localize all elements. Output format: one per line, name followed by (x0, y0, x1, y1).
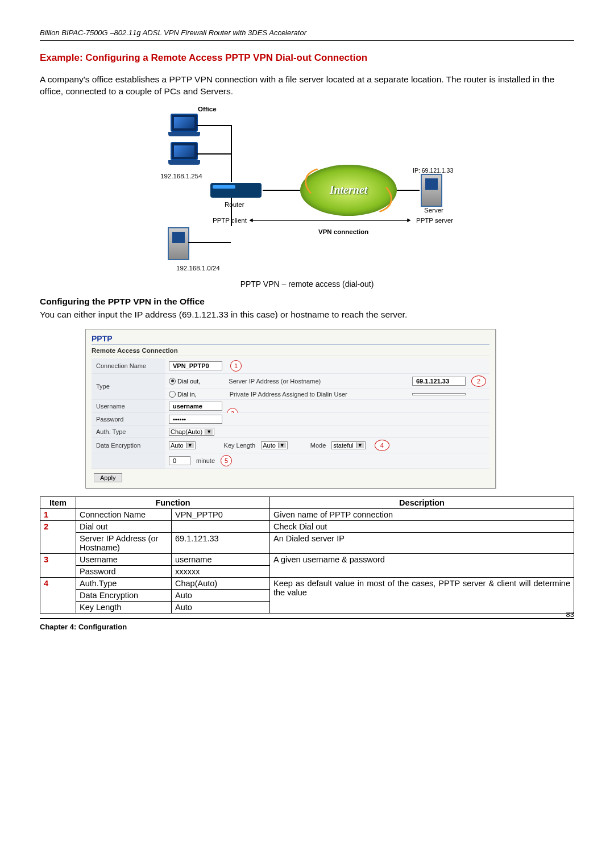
section-title: Example: Configuring a Remote Access PPT… (40, 52, 574, 64)
laptop-icon (171, 142, 198, 160)
username-label: Username (92, 400, 165, 413)
chevron-down-icon: ▼ (205, 429, 213, 435)
connector-line (397, 190, 420, 191)
server-icon (168, 227, 189, 260)
table-cell: Auth.Type (76, 577, 172, 589)
callout-1: 1 (230, 360, 242, 372)
office-label: Office (198, 106, 217, 112)
internet-cloud-icon: Internet (300, 165, 397, 216)
config-subhead: Configuring the PPTP VPN in the Office (40, 297, 574, 307)
table-cell: Given name of PPTP connection (270, 508, 574, 520)
pptp-server-label: PPTP server (416, 217, 453, 224)
idle-label (92, 453, 165, 469)
subnet-label: 192.168.1.0/24 (176, 265, 220, 272)
panel-title: PPTP (92, 334, 489, 345)
laptop-icon (171, 114, 198, 132)
dialin-radio[interactable]: Dial in, (169, 391, 197, 398)
col-desc: Description (270, 496, 574, 508)
table-cell: xxxxxx (172, 565, 270, 577)
server-icon (421, 174, 442, 207)
private-ip-label: Private IP Address Assigned to Dialin Us… (230, 391, 347, 398)
table-cell: Connection Name (76, 508, 172, 520)
product-tagline: –802.11g ADSL VPN Firewall Router with 3… (108, 28, 306, 37)
table-cell: 4 (40, 577, 76, 613)
table-cell: Auto (172, 589, 270, 601)
col-func: Function (76, 496, 270, 508)
chevron-down-icon: ▼ (278, 443, 286, 448)
connector-line (250, 220, 409, 221)
connector-line (231, 125, 232, 182)
page-number: 83 (566, 610, 574, 619)
pptp-config-panel: PPTP Remote Access Connection Connection… (85, 329, 496, 489)
conn-name-input[interactable]: VPN_PPTP0 (169, 361, 222, 370)
server-ip-label: IP: 69.121.1.33 (413, 167, 453, 174)
callout-2: 2 (471, 375, 486, 387)
type-label: Type (92, 374, 165, 400)
server-ip-label: Server IP Address (or Hostname) (229, 378, 321, 385)
keylen-select[interactable]: Auto▼ (261, 441, 288, 449)
table-cell: Keep as default value in most of the cas… (270, 577, 574, 613)
footer-rule (40, 618, 574, 619)
chevron-down-icon: ▼ (186, 443, 194, 448)
username-input[interactable]: username (169, 402, 222, 411)
table-cell: VPN_PPTP0 (172, 508, 270, 520)
product-name: Billion BIPAC-7500G (40, 28, 108, 37)
table-cell (172, 520, 270, 532)
table-cell: A given username & password (270, 553, 574, 577)
table-cell: 69.1.121.33 (172, 532, 270, 553)
apply-button[interactable]: Apply (94, 473, 122, 482)
router-ip-label: 192.168.1.254 (160, 173, 202, 180)
private-ip-input[interactable] (412, 393, 466, 395)
config-subtext: You can either input the IP address (69.… (40, 309, 574, 321)
chevron-down-icon: ▼ (356, 443, 364, 448)
intro-paragraph: A company's office establishes a PPTP VP… (40, 74, 574, 98)
password-label: Password (92, 413, 165, 426)
idle-input[interactable]: 0 (169, 456, 190, 465)
router-label: Router (225, 201, 244, 208)
connector-line (197, 153, 231, 155)
conn-name-label: Connection Name (92, 358, 165, 374)
diagram-caption: PPTP VPN – remote access (dial-out) (240, 279, 374, 289)
table-cell: username (172, 553, 270, 565)
server-label: Server (424, 207, 443, 214)
page-footer: Chapter 4: Configuration 83 (40, 623, 574, 631)
dialout-radio[interactable]: Dial out, (169, 378, 200, 385)
col-item: Item (40, 496, 76, 508)
keylen-label: Key Length (224, 442, 256, 449)
table-cell: Server IP Address (or Hostname) (76, 532, 172, 553)
table-cell: 2 (40, 520, 76, 553)
table-cell: Data Encryption (76, 589, 172, 601)
mode-label: Mode (310, 442, 326, 449)
header-rule (40, 40, 574, 41)
table-cell: 1 (40, 508, 76, 520)
dataenc-label: Data Encryption (92, 438, 165, 453)
pptp-client-label: PPTP client (213, 217, 247, 224)
table-cell: Key Length (76, 601, 172, 613)
table-cell: Username (76, 553, 172, 565)
table-cell: An Dialed server IP (270, 532, 574, 553)
callout-4: 4 (375, 440, 389, 451)
doc-header: Billion BIPAC-7500G –802.11g ADSL VPN Fi… (40, 28, 574, 37)
authtype-label: Auth. Type (92, 426, 165, 438)
chapter-label: Chapter 4: Configuration (40, 623, 127, 631)
network-diagram: Office 192.168.1.254 Router 192.168.1.0/… (40, 106, 574, 289)
router-icon (210, 183, 262, 198)
table-cell: Auto (172, 601, 270, 613)
authtype-select[interactable]: Chap(Auto)▼ (169, 428, 214, 436)
connector-line (197, 125, 231, 126)
table-cell: Password (76, 565, 172, 577)
table-cell: 3 (40, 553, 76, 577)
vpn-conn-label: VPN connection (318, 228, 368, 235)
mode-select[interactable]: stateful▼ (331, 441, 365, 449)
connector-line (263, 190, 300, 191)
panel-subtitle: Remote Access Connection (92, 347, 489, 356)
password-input[interactable]: •••••• (169, 415, 222, 424)
dataenc-select[interactable]: Auto▼ (169, 441, 196, 449)
server-ip-input[interactable]: 69.1.121.33 (412, 377, 466, 386)
table-cell: Chap(Auto) (172, 577, 270, 589)
reference-table: Item Function Description 1 Connection N… (40, 496, 574, 614)
table-cell: Dial out (76, 520, 172, 532)
minute-label: minute (196, 457, 215, 464)
connector-line (188, 242, 231, 243)
callout-5: 5 (221, 455, 232, 466)
